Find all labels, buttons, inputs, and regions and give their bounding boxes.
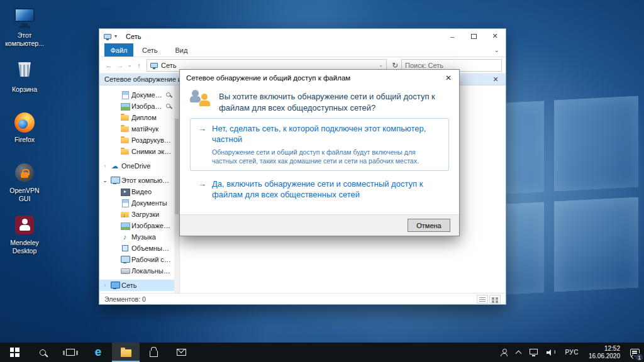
address-text: Сеть xyxy=(161,62,176,69)
disk-icon xyxy=(121,267,129,275)
nav-item-diplom[interactable]: Диплом xyxy=(99,112,179,123)
task-view-button[interactable] xyxy=(57,343,84,362)
tray-people-button[interactable] xyxy=(496,343,512,362)
pin-icon[interactable] xyxy=(166,92,172,98)
folder-icon xyxy=(121,136,129,144)
nav-item-videos[interactable]: Видео xyxy=(99,186,179,197)
action-center-button[interactable]: 1 xyxy=(626,343,644,362)
nav-item-music[interactable]: ♪ Музыка xyxy=(99,231,179,243)
nav-item-pictures[interactable]: Изображения xyxy=(99,220,179,231)
quick-access-toolbar: ▾ xyxy=(99,33,117,39)
window-controls: – ✕ xyxy=(441,29,506,43)
search-input[interactable] xyxy=(402,62,501,69)
taskbar-explorer-button[interactable] xyxy=(112,343,140,362)
dialog-close-button[interactable]: ✕ xyxy=(438,70,459,86)
wallpaper-window-pane xyxy=(554,197,639,292)
file-menu-button[interactable]: Файл xyxy=(104,43,133,57)
taskbar-edge-button[interactable]: e xyxy=(84,343,112,362)
status-bar: Элементов: 0 xyxy=(99,293,506,304)
network-icon xyxy=(111,282,119,289)
clock-date: 16.06.2020 xyxy=(589,353,620,360)
desktop-icon-label: OpenVPN GUI xyxy=(9,187,39,202)
downloads-icon xyxy=(121,211,129,218)
nav-item-local-disk[interactable]: Локальный диск xyxy=(99,265,179,277)
network-discovery-dialog: Сетевое обнаружение и общий доступ к фай… xyxy=(179,69,460,236)
minimize-button[interactable]: – xyxy=(441,29,463,43)
back-button[interactable]: ← xyxy=(103,62,114,69)
search-icon xyxy=(40,349,46,356)
network-icon xyxy=(104,34,111,39)
nav-item-network-selected[interactable]: › Сеть xyxy=(99,280,179,291)
taskbar-search-button[interactable] xyxy=(29,343,57,362)
desktop-icon-label: Этот компьютер... xyxy=(5,31,44,47)
info-bar-close-icon[interactable]: ✕ xyxy=(491,75,501,84)
taskbar-clock[interactable]: 12:52 16.06.2020 xyxy=(583,345,626,360)
tab-view[interactable]: Вид xyxy=(166,43,196,57)
taskbar-store-button[interactable] xyxy=(140,343,167,362)
videos-icon xyxy=(121,188,129,195)
nav-item-documents[interactable]: Документы xyxy=(99,197,179,209)
command-arrow-icon: → xyxy=(198,179,207,200)
close-button[interactable]: ✕ xyxy=(484,29,506,43)
option-yes-label: Да, включить обнаружение сети и совместн… xyxy=(212,179,441,200)
details-view-button[interactable] xyxy=(477,295,488,304)
tray-volume-button[interactable] xyxy=(542,343,560,362)
file-explorer-icon xyxy=(121,349,131,357)
recent-locations-dropdown[interactable]: ⌄ xyxy=(126,62,133,68)
desktop-icon-this-pc[interactable]: Этот компьютер... xyxy=(4,6,45,48)
tray-hidden-icons-button[interactable] xyxy=(512,343,525,362)
option-no-description: Обнаружение сети и общий доступ к файлам… xyxy=(212,148,441,165)
thumbnails-view-button[interactable] xyxy=(489,295,501,304)
nav-item-pictures-pinned[interactable]: Изображения xyxy=(99,101,179,112)
this-pc-icon xyxy=(14,8,35,30)
nav-item-matiychuk[interactable]: матійчук xyxy=(99,123,179,134)
address-dropdown-icon[interactable]: ⌄ xyxy=(379,62,383,68)
nav-item-rozdrukuvaty[interactable]: Роздрукувати xyxy=(99,134,179,146)
language-indicator[interactable]: РУС xyxy=(560,343,583,362)
folder-icon xyxy=(121,114,129,121)
chevron-down-icon[interactable]: ▾ xyxy=(114,33,117,39)
desktop-icon-firefox[interactable]: Firefox xyxy=(4,112,45,144)
desktop-icon-openvpn[interactable]: OpenVPN GUI xyxy=(4,162,45,203)
nav-item-desktop[interactable]: Рабочий стол xyxy=(99,254,179,265)
maximize-button[interactable] xyxy=(463,29,484,43)
nav-item-screenshots[interactable]: Снимки экрана xyxy=(99,146,179,157)
tree-expanded-chevron-icon[interactable]: ⌄ xyxy=(102,177,108,184)
option-enable-discovery[interactable]: → Да, включить обнаружение сети и совмес… xyxy=(190,179,449,200)
nav-item-documents-pinned[interactable]: Документы xyxy=(99,89,179,101)
chevron-up-icon xyxy=(516,350,522,356)
clock-time: 12:52 xyxy=(604,345,620,353)
desktop-icon-recycle-bin[interactable]: Корзина xyxy=(4,58,45,94)
recycle-bin-icon xyxy=(14,62,35,84)
tray-network-button[interactable] xyxy=(525,343,542,362)
taskbar-mail-button[interactable] xyxy=(167,343,195,362)
nav-item-downloads[interactable]: Загрузки xyxy=(99,209,179,220)
command-arrow-icon: → xyxy=(198,124,207,145)
tab-network[interactable]: Сеть xyxy=(133,43,166,57)
start-button[interactable] xyxy=(0,343,29,362)
nav-item-3d-objects[interactable]: Объемные объе xyxy=(99,243,179,254)
tree-collapsed-chevron-icon[interactable]: › xyxy=(102,163,108,169)
desktop-icon-mendeley[interactable]: Mendeley Desktop xyxy=(4,214,45,255)
tree-collapsed-chevron-icon[interactable]: › xyxy=(102,282,108,288)
folder-icon xyxy=(121,125,129,133)
document-icon xyxy=(121,91,129,99)
cancel-button[interactable]: Отмена xyxy=(408,219,450,232)
refresh-button[interactable]: ↻ xyxy=(389,61,401,70)
nav-item-onedrive[interactable]: › ☁ OneDrive xyxy=(99,160,179,172)
volume-icon xyxy=(547,349,556,356)
onedrive-cloud-icon: ☁ xyxy=(111,162,119,170)
option-make-private[interactable]: → Нет, сделать сеть, к которой подключен… xyxy=(190,118,449,171)
scrollbar-thumb[interactable] xyxy=(175,119,179,214)
up-button[interactable]: ↑ xyxy=(133,62,145,69)
network-tray-icon xyxy=(530,349,538,354)
pin-icon[interactable] xyxy=(166,104,172,109)
nav-scrollbar[interactable] xyxy=(174,85,179,293)
mendeley-icon xyxy=(14,216,35,237)
maximize-icon xyxy=(471,34,477,39)
desktop-icon-label: Корзина xyxy=(12,85,37,93)
forward-button[interactable]: → xyxy=(114,62,126,69)
expand-ribbon-chevron-icon[interactable]: ⌄ xyxy=(494,47,499,53)
nav-item-this-pc[interactable]: ⌄ Этот компьютер xyxy=(99,175,179,186)
pictures-icon xyxy=(121,102,129,110)
